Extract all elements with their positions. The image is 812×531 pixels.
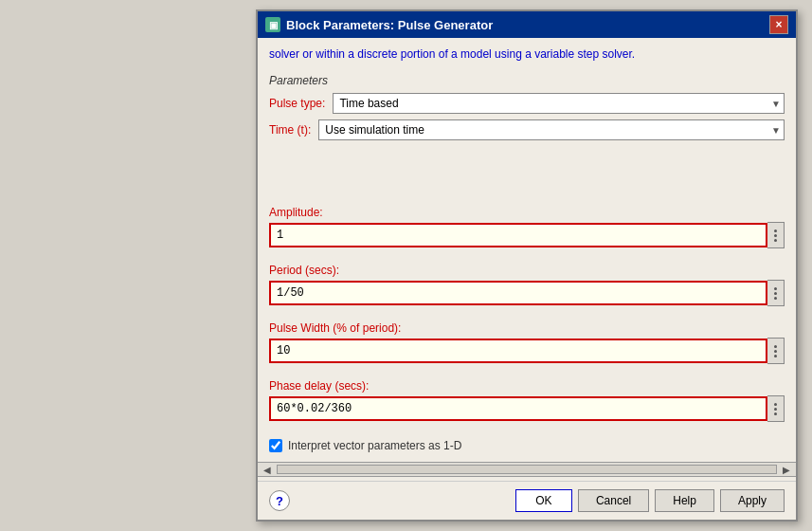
- phase-delay-dots-button[interactable]: [767, 395, 785, 422]
- interpret-checkbox[interactable]: [269, 439, 282, 452]
- dot-1: [774, 229, 777, 232]
- horizontal-scrollbar[interactable]: ◀ ▶: [258, 462, 796, 477]
- dialog-body: solver or within a discrete portion of a…: [258, 38, 796, 481]
- pulse-type-row: Pulse type: Time based Sample based ▼: [269, 93, 785, 114]
- pulse-type-select-wrapper: Time based Sample based ▼: [333, 93, 785, 114]
- pulse-type-select[interactable]: Time based Sample based: [333, 93, 785, 114]
- ok-button[interactable]: OK: [515, 489, 572, 512]
- dot-1: [774, 345, 777, 348]
- scroll-left-icon[interactable]: ◀: [260, 465, 275, 475]
- dot-3: [774, 239, 777, 242]
- params-section: Parameters Pulse type: Time based Sample…: [258, 68, 796, 202]
- time-label: Time (t):: [269, 123, 311, 137]
- description-content: solver or within a discrete portion of a…: [269, 47, 635, 61]
- period-dots-button[interactable]: [767, 280, 785, 306]
- amplitude-input[interactable]: [269, 223, 767, 247]
- dialog-title: ▣ Block Parameters: Pulse Generator: [265, 17, 493, 32]
- period-label: Period (secs):: [269, 264, 785, 277]
- phase-delay-row: [269, 395, 785, 422]
- time-select[interactable]: Use simulation time Use external signal: [318, 119, 785, 140]
- period-section: Period (secs):: [258, 260, 796, 318]
- dialog-titlebar: ▣ Block Parameters: Pulse Generator ×: [258, 11, 796, 38]
- interpret-checkbox-label: Interpret vector parameters as 1-D: [288, 439, 461, 452]
- dot-3: [774, 355, 777, 357]
- close-button[interactable]: ×: [769, 15, 788, 34]
- dot-3: [774, 412, 777, 415]
- params-label: Parameters: [269, 74, 785, 87]
- cancel-button[interactable]: Cancel: [578, 489, 649, 512]
- dot-2: [774, 234, 777, 237]
- pulse-width-input[interactable]: [269, 339, 767, 363]
- help-icon-button[interactable]: ?: [269, 490, 290, 511]
- period-input[interactable]: [269, 281, 767, 305]
- phase-delay-input-wrapper: [269, 396, 767, 421]
- checkbox-row: Interpret vector parameters as 1-D: [258, 433, 796, 458]
- time-select-wrapper: Use simulation time Use external signal …: [318, 119, 785, 140]
- pulse-width-input-wrapper: [269, 339, 767, 363]
- dialog-footer: ? OK Cancel Help Apply: [258, 481, 796, 520]
- amplitude-label: Amplitude:: [269, 206, 785, 219]
- dot-1: [774, 287, 777, 290]
- amplitude-row: [269, 222, 785, 248]
- description-text: solver or within a discrete portion of a…: [258, 38, 796, 68]
- amplitude-section: Amplitude:: [258, 202, 796, 260]
- phase-delay-section: Phase delay (secs):: [258, 375, 796, 433]
- apply-button[interactable]: Apply: [720, 489, 785, 512]
- phase-delay-input[interactable]: [269, 396, 767, 421]
- phase-delay-label: Phase delay (secs):: [269, 379, 785, 393]
- pulse-width-label: Pulse Width (% of period):: [269, 321, 785, 335]
- dot-2: [774, 292, 777, 295]
- amplitude-dots-button[interactable]: [767, 222, 785, 248]
- help-button[interactable]: Help: [655, 489, 714, 512]
- period-input-wrapper: [269, 281, 767, 305]
- footer-left: ?: [269, 490, 290, 511]
- scroll-track[interactable]: [277, 465, 777, 474]
- dot-2: [774, 408, 777, 411]
- dot-3: [774, 297, 777, 300]
- amplitude-input-wrapper: [269, 223, 767, 247]
- pulse-width-row: [269, 338, 785, 364]
- pulse-width-section: Pulse Width (% of period):: [258, 318, 796, 375]
- dialog-title-text: Block Parameters: Pulse Generator: [286, 18, 493, 32]
- dot-2: [774, 350, 777, 353]
- pulse-type-label: Pulse type:: [269, 97, 325, 110]
- pulse-width-dots-button[interactable]: [767, 338, 785, 364]
- dialog-window: ▣ Block Parameters: Pulse Generator × so…: [256, 9, 798, 522]
- period-row: [269, 280, 785, 306]
- time-row: Time (t): Use simulation time Use extern…: [269, 119, 785, 140]
- scroll-right-icon[interactable]: ▶: [779, 465, 794, 475]
- dot-1: [774, 403, 777, 406]
- title-icon: ▣: [265, 17, 280, 32]
